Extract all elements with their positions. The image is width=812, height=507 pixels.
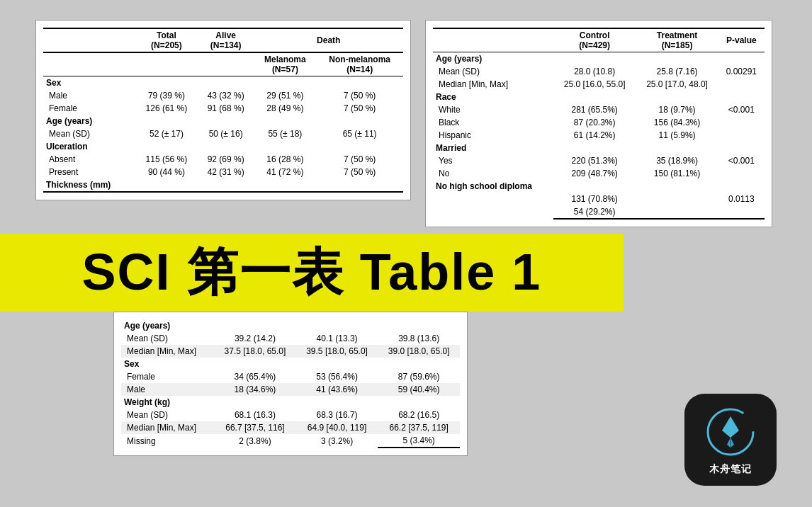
t1-age-header: Age (years) [43,115,403,127]
t1-thickness-header: Thickness (mm) [43,178,403,192]
app-icon-graphic [702,404,759,460]
t2-row [636,193,718,205]
t1-row: 7 (50 %) [316,153,403,166]
t1-row: 7 (50 %) [316,89,403,102]
t2-row [718,205,765,219]
t2-row: 0.00291 [718,65,765,78]
t1-row: 126 (61 %) [135,102,198,115]
t1-row: 50 (± 16) [198,127,254,140]
t3-row: 66.7 [37.5, 116] [214,421,296,434]
t1-row: 16 (28 %) [254,153,316,166]
t1-row: 90 (44 %) [135,166,198,178]
t3-row: 18 (34.6%) [214,383,296,396]
t2-row: Black [433,116,553,129]
t2-row [433,205,553,219]
t3-row: 87 (59.6%) [378,370,460,383]
t3-row: 34 (65.4%) [214,370,296,383]
t2-row: 87 (20.3%) [553,116,636,129]
t2-row: 131 (70.8%) [553,193,636,205]
banner-text: SCI 第一表 Table 1 [82,239,542,307]
t3-row: 68.3 (16.7) [296,409,378,421]
t2-row: Yes [433,154,553,167]
t2-row [636,205,718,219]
t2-row [718,116,765,129]
table3-card: Age (years) Mean (SD) 39.2 (14.2) 40.1 (… [113,312,468,456]
t3-row: Female [121,370,214,383]
t2-h-pvalue: P-value [718,28,765,52]
t1-row: Present [43,166,135,178]
t1-h-total: Total(N=205) [135,28,198,52]
t2-row: 28.0 (10.8) [553,65,636,78]
t2-row: 25.8 (7.16) [636,65,718,78]
table2-card: Control(N=429) Treatment(N=185) P-value … [425,20,772,227]
t1-row: Absent [43,153,135,166]
t2-row: 25.0 [17.0, 48.0] [636,78,718,91]
t1-row: 52 (± 17) [135,127,198,140]
t1-row: Male [43,89,135,102]
t1-h-melanoma: Melanoma(N=57) [254,52,316,76]
t3-row: 40.1 (13.3) [296,332,378,345]
t1-row: 7 (50 %) [316,102,403,115]
t2-row: 220 (51.3%) [553,154,636,167]
t2-row: 54 (29.2%) [553,205,636,219]
t2-row: 0.0113 [718,193,765,205]
t1-ulceration-header: Ulceration [43,140,403,153]
app-icon: 木舟笔记 [684,394,777,486]
t2-row: 156 (84.3%) [636,116,718,129]
t2-row [718,78,765,91]
t3-weight-header: Weight (kg) [121,396,460,409]
t3-row: Male [121,383,214,396]
t3-row: 5 (3.4%) [378,434,460,448]
t1-row: 43 (32 %) [198,89,254,102]
t2-row: 209 (48.7%) [553,167,636,180]
t2-row: Mean (SD) [433,65,553,78]
t3-row: 39.8 (13.6) [378,332,460,345]
t2-row: 11 (5.9%) [636,129,718,142]
t2-race-header: Race [433,91,765,103]
t1-row: 115 (56 %) [135,153,198,166]
t3-row: Median [Min, Max] [121,345,214,358]
t1-h-death: Death [254,28,403,52]
yellow-banner: SCI 第一表 Table 1 [0,234,624,312]
t3-row: 37.5 [18.0, 65.0] [214,345,296,358]
t2-row: White [433,103,553,116]
t1-row: 55 (± 18) [254,127,316,140]
t1-h-col1 [43,28,135,52]
t2-row [433,193,553,205]
table1-card: Total(N=205) Alive(N=134) Death Melanoma… [35,20,411,200]
t1-row: 92 (69 %) [198,153,254,166]
t1-row: 29 (51 %) [254,89,316,102]
t1-row: 7 (50 %) [316,166,403,178]
t2-row [718,167,765,180]
t2-diploma-header: No high school diploma [433,180,765,193]
t2-row [718,129,765,142]
t1-h-nonmelanoma: Non-melanoma(N=14) [316,52,403,76]
t1-row: 41 (72 %) [254,166,316,178]
t2-h-treatment: Treatment(N=185) [636,28,718,52]
t3-row: 68.1 (16.3) [214,409,296,421]
t1-row: 79 (39 %) [135,89,198,102]
t3-row: Median [Min, Max] [121,421,214,434]
t1-row: Female [43,102,135,115]
t2-married-header: Married [433,142,765,154]
t2-row: 18 (9.7%) [636,103,718,116]
t3-sex-header: Sex [121,358,460,370]
t2-h-control: Control(N=429) [553,28,636,52]
svg-marker-1 [722,416,739,438]
t1-row: Mean (SD) [43,127,135,140]
t3-row: 66.2 [37.5, 119] [378,421,460,434]
t3-row: Mean (SD) [121,409,214,421]
t2-row: No [433,167,553,180]
t1-h-alive: Alive(N=134) [198,28,254,52]
t3-row: 2 (3.8%) [214,434,296,448]
t2-row: Hispanic [433,129,553,142]
t3-age-header: Age (years) [121,319,460,332]
t1-row: 42 (31 %) [198,166,254,178]
t3-row: 68.2 (16.5) [378,409,460,421]
t3-row: 59 (40.4%) [378,383,460,396]
t2-row: 61 (14.2%) [553,129,636,142]
t3-row: Missing [121,434,214,448]
t2-row: Median [Min, Max] [433,78,553,91]
t3-row: 64.9 [40.0, 119] [296,421,378,434]
t2-row: <0.001 [718,103,765,116]
